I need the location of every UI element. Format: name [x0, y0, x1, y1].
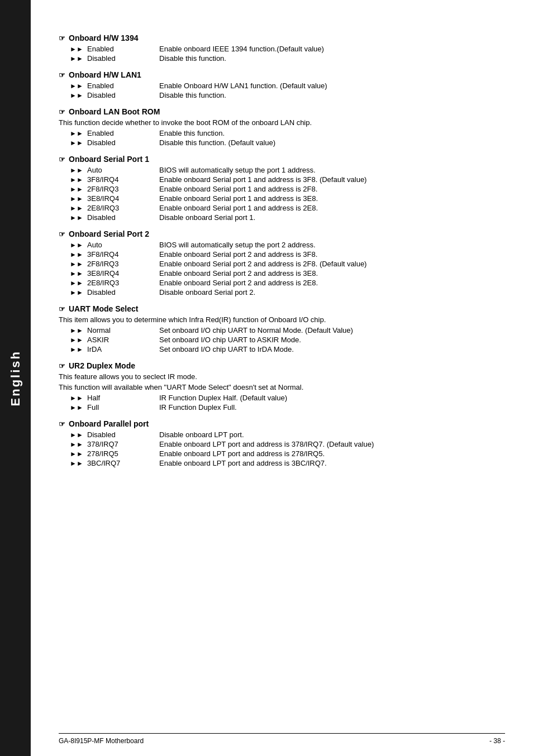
arrow-icon: ►► — [70, 289, 85, 296]
arrow-icon: ►► — [70, 214, 85, 222]
option-row: ►► DisabledDisable this function. (Defau… — [70, 138, 505, 147]
option-key: ►► 3F8/IRQ4 — [70, 175, 159, 184]
option-value: Enable this function. — [159, 129, 505, 137]
option-value: Enable onboard Serial port 1 and address… — [159, 175, 505, 184]
section-title-uart-mode-select: ☞UART Mode Select — [59, 304, 505, 313]
option-row: ►► 2E8/IRQ3Enable onboard Serial port 2 … — [70, 279, 505, 287]
section-title-onboard-hw-1394: ☞Onboard H/W 1394 — [59, 34, 505, 42]
arrow-icon: ►► — [70, 55, 85, 63]
section-desc-uart-mode-select: This item allows you to determine which … — [59, 315, 505, 324]
arrow-icon: ►► — [70, 82, 85, 90]
cursor-icon: ☞ — [59, 34, 65, 42]
option-value: Set onboard I/O chip UART to IrDA Mode. — [159, 345, 505, 353]
arrow-icon: ►► — [70, 279, 85, 287]
option-row: ►► 378/IRQ7Enable onboard LPT port and a… — [70, 440, 505, 448]
option-value: BIOS will automatically setup the port 1… — [159, 166, 505, 174]
sidebar: English — [0, 0, 31, 756]
section-uart-mode-select: ☞UART Mode SelectThis item allows you to… — [59, 304, 505, 353]
option-key: ►► Half — [70, 394, 159, 402]
option-row: ►► ASKIRSet onboard I/O chip UART to ASK… — [70, 336, 505, 344]
section-ur2-duplex-mode: ☞UR2 Duplex ModeThis feature allows you … — [59, 361, 505, 412]
page-container: English ☞Onboard H/W 1394►► EnabledEnabl… — [0, 0, 533, 756]
option-row: ►► HalfIR Function Duplex Half. (Default… — [70, 394, 505, 402]
option-row: ►► NormalSet onboard I/O chip UART to No… — [70, 326, 505, 334]
cursor-icon: ☞ — [59, 155, 65, 164]
option-row: ►► DisabledDisable onboard Serial port 2… — [70, 288, 505, 296]
arrow-icon: ►► — [70, 450, 85, 458]
section-title-text: UR2 Duplex Mode — [69, 361, 135, 370]
section-desc2: This feature allows you to seclect IR mo… — [59, 372, 505, 381]
option-key: ►► 2F8/IRQ3 — [70, 185, 159, 193]
section-title-onboard-hw-lan1: ☞Onboard H/W LAN1 — [59, 70, 505, 79]
option-value: Disable onboard Serial port 1. — [159, 213, 505, 222]
option-key: ►► 378/IRQ7 — [70, 440, 159, 448]
option-key: ►► 3E8/IRQ4 — [70, 194, 159, 203]
option-key: ►► 2F8/IRQ3 — [70, 260, 159, 268]
option-key: ►► 2E8/IRQ3 — [70, 204, 159, 212]
option-value: Enable onboard Serial port 2 and address… — [159, 250, 505, 259]
option-key: ►► 278/IRQ5 — [70, 449, 159, 458]
section-onboard-hw-1394: ☞Onboard H/W 1394►► EnabledEnable onboar… — [59, 34, 505, 63]
option-key: ►► Disabled — [70, 91, 159, 99]
cursor-icon: ☞ — [59, 362, 65, 370]
option-row: ►► 3F8/IRQ4Enable onboard Serial port 1 … — [70, 175, 505, 184]
arrow-icon: ►► — [70, 130, 85, 137]
section-desc-ur2-duplex-mode: This function will available when "UART … — [59, 383, 505, 391]
option-value: Disable this function. (Default value) — [159, 138, 505, 147]
option-key: ►► 3F8/IRQ4 — [70, 250, 159, 259]
option-value: Enable onboard Serial port 2 and address… — [159, 269, 505, 277]
arrow-icon: ►► — [70, 176, 85, 184]
option-row: ►► FullIR Function Duplex Full. — [70, 403, 505, 412]
arrow-icon: ►► — [70, 45, 85, 53]
option-row: ►► DisabledDisable onboard LPT port. — [70, 430, 505, 439]
option-value: Enable onboard LPT port and address is 3… — [159, 459, 505, 467]
section-title-onboard-parallel-port: ☞Onboard Parallel port — [59, 419, 505, 428]
option-key: ►► ASKIR — [70, 336, 159, 344]
option-row: ►► DisabledDisable this function. — [70, 54, 505, 63]
option-key: ►► Enabled — [70, 129, 159, 137]
option-row: ►► AutoBIOS will automatically setup the… — [70, 166, 505, 174]
option-value: Enable onboard LPT port and address is 3… — [159, 440, 505, 448]
option-key: ►► Disabled — [70, 54, 159, 63]
cursor-icon: ☞ — [59, 305, 65, 313]
section-onboard-parallel-port: ☞Onboard Parallel port►► DisabledDisable… — [59, 419, 505, 467]
option-row: ►► 2F8/IRQ3Enable onboard Serial port 1 … — [70, 185, 505, 193]
footer-right: - 38 - — [489, 737, 505, 745]
option-row: ►► DisabledDisable onboard Serial port 1… — [70, 213, 505, 222]
option-value: Enable Onboard H/W LAN1 function. (Defau… — [159, 82, 505, 90]
sidebar-label: English — [8, 350, 23, 406]
option-key: ►► Disabled — [70, 430, 159, 439]
sections-container: ☞Onboard H/W 1394►► EnabledEnable onboar… — [59, 34, 505, 467]
section-title-text: Onboard Serial Port 1 — [69, 155, 149, 164]
option-row: ►► 3BC/IRQ7Enable onboard LPT port and a… — [70, 459, 505, 467]
option-row: ►► 2F8/IRQ3Enable onboard Serial port 2 … — [70, 260, 505, 268]
option-value: Disable onboard Serial port 2. — [159, 288, 505, 296]
option-key: ►► Auto — [70, 241, 159, 249]
arrow-icon: ►► — [70, 346, 85, 353]
section-title-text: Onboard Serial Port 2 — [69, 229, 149, 238]
section-onboard-lan-boot-rom: ☞Onboard LAN Boot ROMThis function decid… — [59, 107, 505, 147]
option-key: ►► Disabled — [70, 288, 159, 296]
arrow-icon: ►► — [70, 251, 85, 259]
option-row: ►► 3E8/IRQ4Enable onboard Serial port 1 … — [70, 194, 505, 203]
option-key: ►► Full — [70, 403, 159, 412]
section-title-text: Onboard H/W LAN1 — [69, 70, 141, 79]
option-value: Enable onboard LPT port and address is 2… — [159, 449, 505, 458]
main-content: ☞Onboard H/W 1394►► EnabledEnable onboar… — [31, 0, 533, 756]
section-title-text: Onboard Parallel port — [69, 419, 149, 428]
arrow-icon: ►► — [70, 139, 85, 147]
option-row: ►► EnabledEnable this function. — [70, 129, 505, 137]
section-title-onboard-lan-boot-rom: ☞Onboard LAN Boot ROM — [59, 107, 505, 116]
arrow-icon: ►► — [70, 185, 85, 193]
option-value: Enable onboard Serial port 1 and address… — [159, 204, 505, 212]
option-value: Set onboard I/O chip UART to ASKIR Mode. — [159, 336, 505, 344]
option-value: Set onboard I/O chip UART to Normal Mode… — [159, 326, 505, 334]
section-onboard-serial-port-1: ☞Onboard Serial Port 1►► AutoBIOS will a… — [59, 155, 505, 222]
arrow-icon: ►► — [70, 241, 85, 249]
option-row: ►► 3E8/IRQ4Enable onboard Serial port 2 … — [70, 269, 505, 277]
arrow-icon: ►► — [70, 327, 85, 334]
footer-left: GA-8I915P-MF Motherboard — [59, 737, 144, 745]
option-key: ►► 3E8/IRQ4 — [70, 269, 159, 277]
cursor-icon: ☞ — [59, 230, 65, 238]
option-row: ►► DisabledDisable this function. — [70, 91, 505, 99]
